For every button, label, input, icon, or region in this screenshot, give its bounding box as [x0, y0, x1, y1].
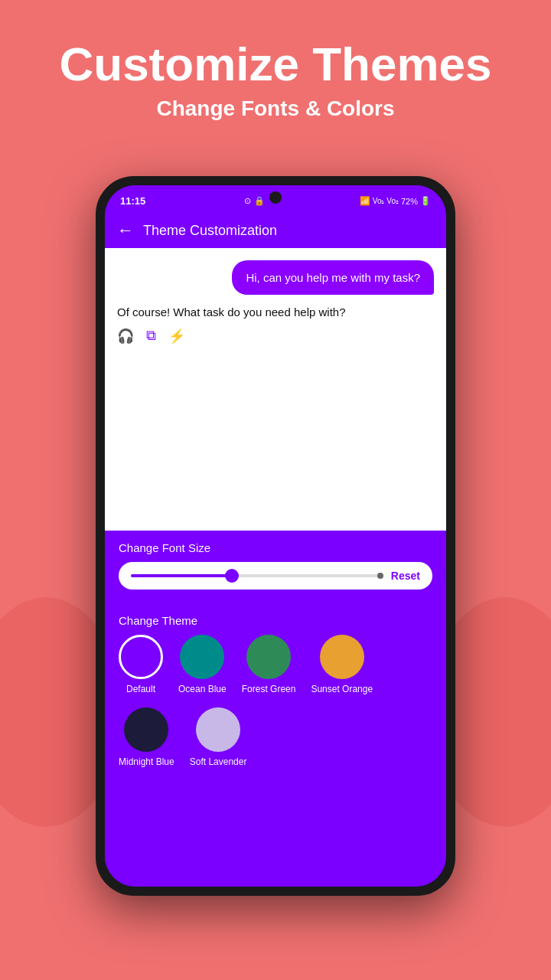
- listen-icon[interactable]: 🎧: [117, 328, 134, 345]
- page-subtitle: Change Fonts & Colors: [15, 96, 536, 121]
- wifi-icon: 📶: [360, 196, 370, 206]
- lock-icon: 🔒: [254, 196, 265, 206]
- camera-notch: [269, 191, 282, 204]
- status-icons-right: 📶 Vo₁ Vo₂ 72% 🔋: [360, 196, 431, 206]
- theme-circle-forest-green: [246, 635, 291, 679]
- battery-text: 72%: [401, 197, 418, 206]
- chat-area: Hi, can you help me with my task? Of cou…: [105, 248, 446, 531]
- battery-icon: 🔋: [420, 196, 431, 206]
- slider-fill: [131, 574, 232, 577]
- profile-icon: ⊙: [244, 196, 251, 206]
- page-title: Customize Themes: [15, 38, 536, 90]
- flash-icon[interactable]: ⚡: [168, 328, 185, 345]
- signal-icon: Vo₁ Vo₂: [373, 197, 399, 205]
- theme-row-1: Default Ocean Blue Forest Green Sunset O…: [119, 635, 432, 696]
- back-button[interactable]: ←: [117, 220, 134, 240]
- app-bar-title: Theme Customization: [143, 223, 277, 239]
- theme-label-default: Default: [126, 684, 155, 696]
- theme-row-2: Midnight Blue Soft Lavender: [119, 707, 432, 769]
- font-size-label: Change Font Size: [119, 541, 432, 554]
- theme-item-forest-green[interactable]: Forest Green: [242, 635, 296, 696]
- status-time: 11:15: [120, 195, 145, 207]
- incoming-message-text: Of course! What task do you need help wi…: [117, 304, 346, 322]
- theme-item-soft-lavender[interactable]: Soft Lavender: [190, 707, 247, 769]
- app-bar: ← Theme Customization: [105, 213, 446, 248]
- change-theme-label: Change Theme: [119, 614, 432, 627]
- theme-circle-ocean-blue: [180, 635, 224, 679]
- outgoing-message: Hi, can you help me with my task?: [232, 260, 434, 295]
- status-bar: 11:15 ⊙ 🔒 📶 Vo₁ Vo₂ 72% 🔋: [105, 185, 446, 213]
- phone-screen: 11:15 ⊙ 🔒 📶 Vo₁ Vo₂ 72% 🔋 ← Theme Custom…: [105, 185, 446, 887]
- font-size-section: Change Font Size Reset: [105, 531, 446, 603]
- theme-label-ocean-blue: Ocean Blue: [178, 684, 227, 696]
- theme-item-sunset-orange[interactable]: Sunset Orange: [311, 635, 373, 696]
- theme-circle-sunset-orange: [320, 635, 364, 679]
- theme-circle-soft-lavender: [196, 707, 240, 752]
- theme-circle-default: [119, 635, 163, 679]
- status-icons-left: ⊙ 🔒: [244, 196, 265, 206]
- reset-button[interactable]: Reset: [391, 570, 420, 582]
- phone-frame: 11:15 ⊙ 🔒 📶 Vo₁ Vo₂ 72% 🔋 ← Theme Custom…: [96, 176, 455, 896]
- theme-label-forest-green: Forest Green: [242, 684, 296, 696]
- slider-track[interactable]: [131, 574, 383, 577]
- slider-thumb[interactable]: [225, 569, 239, 583]
- message-actions: 🎧 ⧉ ⚡: [117, 328, 346, 345]
- header-section: Customize Themes Change Fonts & Colors: [0, 23, 551, 136]
- theme-label-soft-lavender: Soft Lavender: [190, 756, 247, 769]
- theme-label-sunset-orange: Sunset Orange: [311, 684, 373, 696]
- theme-label-midnight-blue: Midnight Blue: [119, 756, 174, 769]
- theme-circle-midnight-blue: [124, 707, 168, 752]
- theme-item-midnight-blue[interactable]: Midnight Blue: [119, 707, 174, 769]
- theme-item-default[interactable]: Default: [119, 635, 163, 696]
- theme-item-ocean-blue[interactable]: Ocean Blue: [178, 635, 227, 696]
- slider-container: Reset: [119, 562, 432, 590]
- incoming-message-container: Of course! What task do you need help wi…: [117, 304, 346, 345]
- copy-icon[interactable]: ⧉: [146, 328, 156, 344]
- slider-dot: [377, 573, 383, 579]
- theme-section: Change Theme Default Ocean Blue Forest G…: [105, 603, 446, 887]
